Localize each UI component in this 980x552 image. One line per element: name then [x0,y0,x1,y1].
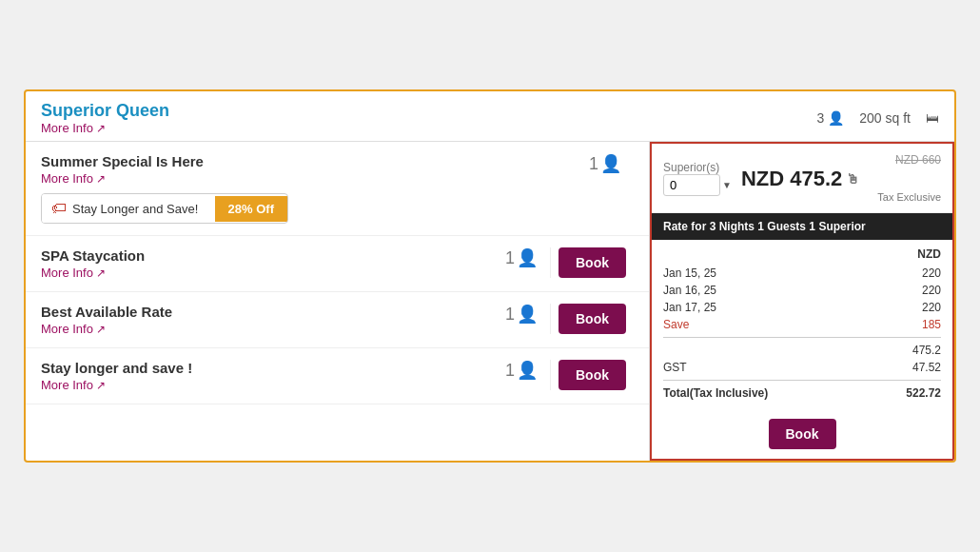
superior-selector-block: Superior(s) 0 1 2 ▼ [663,161,732,196]
superior-select[interactable]: 0 1 2 [663,174,720,196]
best-rate-row: Best Available Rate More Info ↗ 1 👤 [26,292,649,348]
breakdown-row-jan16: Jan 16, 25 220 [663,282,941,299]
price-block: NZD 660 NZD 475.2 🖱 Tax Exclusive [741,153,941,203]
guest-count: 3 👤 [817,110,845,126]
pricing-book-button[interactable]: Book [769,419,836,449]
breakdown-divider [663,337,941,338]
spa-guest-col: 1 👤 [493,247,550,268]
promo-banner: 🏷 Stay Longer and Save! 28% Off [41,193,288,224]
tag-icon: 🏷 [51,200,67,217]
summer-guest-col: 1 👤 [577,153,634,174]
left-panel: Summer Special Is Here More Info ↗ 🏷 S [26,142,650,461]
best-rate-more-info-link[interactable]: More Info ↗ [41,322,493,336]
arrow-diag-icon: ↗ [96,172,106,186]
spa-person-icon: 1 👤 [505,247,538,268]
room-title: Superior Queen [41,101,169,121]
spa-row: SPA Staycation More Info ↗ 1 👤 [26,236,649,292]
summer-more-info: More Info ↗ [41,171,577,186]
best-rate-arrow-icon: ↗ [96,323,106,336]
summer-more-info-link[interactable]: More Info ↗ [41,171,577,186]
breakdown-total: Total(Tax Inclusive) 522.72 [663,384,941,402]
breakdown-col-header: NZD [663,247,941,261]
original-price: NZD 660 [741,153,941,167]
breakdown-row-jan17: Jan 17, 25 220 [663,299,941,316]
stay-longer-row: Stay longer and save ! More Info ↗ 1 👤 [26,348,649,404]
best-rate-guest-col: 1 👤 [493,304,550,325]
chevron-down-icon: ▼ [722,180,732,190]
breakdown-row-save: Save 185 [663,316,941,333]
room-meta: 3 👤 200 sq ft 🛏 [817,110,940,126]
stay-longer-book-button[interactable]: Book [559,360,626,390]
room-title-block: Superior Queen More Info ↗ [41,101,169,135]
stay-longer-person-icon: 1 👤 [505,360,538,381]
spa-arrow-icon: ↗ [96,266,106,280]
best-rate-content: Best Available Rate More Info ↗ [41,304,493,336]
bottom-book-area: Book [652,409,952,459]
spa-content: SPA Staycation More Info ↗ [41,247,493,280]
best-rate-person-icon: 1 👤 [505,304,538,325]
promo-label: Stay Longer and Save! [72,202,198,216]
spa-more-info-link[interactable]: More Info ↗ [41,266,493,280]
pricing-top-row: Superior(s) 0 1 2 ▼ NZD 660 [652,144,952,213]
stay-longer-more-info-link[interactable]: More Info ↗ [41,378,493,392]
tax-exclusive-note: Tax Exclusive [741,191,941,203]
spa-book-button[interactable]: Book [559,247,626,278]
spa-name: SPA Staycation [41,247,493,264]
breakdown-subtotal: 475.2 [663,342,941,359]
breakdown-row-jan15: Jan 15, 25 220 [663,265,941,282]
breakdown-body: NZD Jan 15, 25 220 Jan 16, 25 220 Jan 17… [652,240,952,409]
best-rate-name: Best Available Rate [41,304,493,320]
current-price: NZD 475.2 🖱 [741,167,941,191]
promo-discount-badge: 28% Off [215,196,287,222]
person-icon: 👤 [600,153,621,174]
guest-person-icon: 1 👤 [589,153,621,174]
summer-special-row: Summer Special Is Here More Info ↗ 🏷 S [26,142,649,236]
spa-book-col: Book [550,247,634,278]
bed-icon: 🛏 [926,110,939,126]
summer-special-content: Summer Special Is Here More Info ↗ 🏷 S [41,153,577,224]
superior-label: Superior(s) [663,161,732,174]
stay-longer-content: Stay longer and save ! More Info ↗ [41,360,493,392]
best-rate-book-col: Book [550,304,634,334]
header-more-info-link[interactable]: More Info ↗ [41,121,169,135]
total-divider [663,380,941,381]
promo-label-area: 🏷 Stay Longer and Save! [42,194,215,223]
stay-longer-name: Stay longer and save ! [41,360,493,376]
room-header: Superior Queen More Info ↗ 3 👤 200 sq ft… [26,91,954,142]
stay-longer-book-col: Book [550,360,634,390]
room-card: Superior Queen More Info ↗ 3 👤 200 sq ft… [24,89,956,463]
select-wrapper: 0 1 2 ▼ [663,174,732,196]
stay-longer-arrow-icon: ↗ [96,379,106,392]
price-info-icon[interactable]: 🖱 [846,171,859,187]
stay-longer-guest-col: 1 👤 [493,360,550,381]
breakdown-title: Rate for 3 Nights 1 Guests 1 Superior [652,213,952,240]
guest-icon: 👤 [828,110,844,126]
best-rate-book-button[interactable]: Book [559,304,626,334]
summer-special-name: Summer Special Is Here [41,153,577,169]
arrow-icon: ↗ [96,122,106,135]
room-size: 200 sq ft [859,110,911,126]
content-area: Summer Special Is Here More Info ↗ 🏷 S [26,142,954,461]
breakdown-gst: GST 47.52 [663,359,941,376]
pricing-panel: Superior(s) 0 1 2 ▼ NZD 660 [650,142,954,461]
